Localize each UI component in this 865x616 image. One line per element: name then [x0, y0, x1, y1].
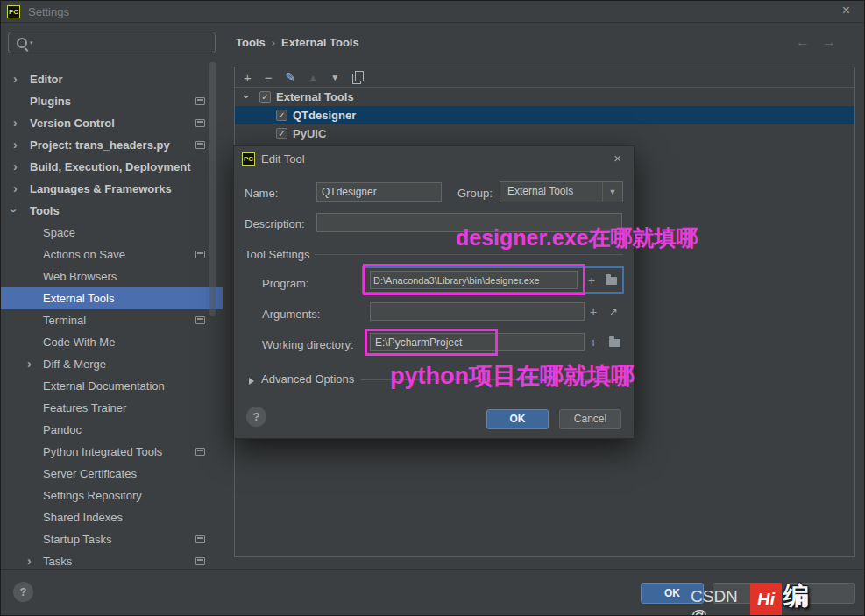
sidebar-item-diff-merge[interactable]: › Diff & Merge [1, 353, 223, 375]
breadcrumb-parent[interactable]: Tools [236, 36, 266, 49]
working-directory-field[interactable] [370, 333, 585, 351]
checkbox-checked-icon[interactable]: ✓ [276, 110, 287, 121]
copy-icon[interactable] [352, 71, 364, 83]
sidebar-item-terminal[interactable]: Terminal [1, 309, 223, 331]
dialog-help-button[interactable]: ? [246, 407, 266, 427]
tree-row-label: External Tools [276, 88, 354, 106]
settings-search-input[interactable]: ▾ [8, 32, 216, 53]
sidebar-item-startup-tasks[interactable]: Startup Tasks [1, 528, 223, 550]
insert-macro-plus-icon[interactable]: + [588, 274, 595, 287]
sidebar-item-label: Actions on Save [43, 244, 125, 266]
sidebar-item-python-integrated-tools[interactable]: Python Integrated Tools [1, 441, 223, 463]
sidebar-item-version-control[interactable]: › Version Control [1, 112, 223, 134]
dialog-close-icon[interactable]: × [613, 151, 621, 166]
advanced-options-expand-icon[interactable] [249, 378, 254, 385]
name-field[interactable] [316, 182, 442, 202]
sidebar-item-pandoc[interactable]: Pandoc [1, 419, 223, 441]
insert-macro-plus-icon[interactable]: + [590, 336, 597, 349]
sidebar-item-features-trainer[interactable]: Features Trainer [1, 397, 223, 419]
edit-tool-dialog: PC Edit Tool × Name: Group: External Too… [233, 145, 635, 439]
dialog-ok-button[interactable]: OK [486, 409, 549, 429]
chevron-right-icon: › [13, 68, 18, 90]
tool-settings-section-label: Tool Settings [245, 248, 309, 261]
arguments-label: Arguments: [262, 308, 320, 321]
pycharm-app-icon: PC [7, 5, 20, 18]
forward-arrow-icon[interactable]: → [822, 34, 848, 49]
tree-row-external-tools[interactable]: › ✓ External Tools [235, 88, 854, 106]
edit-pencil-icon[interactable]: ✎ [286, 71, 296, 84]
description-label: Description: [245, 217, 305, 230]
window-titlebar: PC Settings × [1, 1, 864, 23]
in-window-icon [195, 316, 205, 324]
dropdown-arrow-icon[interactable]: ▼ [602, 182, 622, 202]
dialog-cancel-button[interactable]: Cancel [559, 409, 621, 429]
sidebar-item-languages-frameworks[interactable]: › Languages & Frameworks [1, 178, 223, 200]
sidebar-item-build-execution-deployment[interactable]: › Build, Execution, Deployment [1, 156, 223, 178]
sidebar-item-tools[interactable]: › Tools [1, 200, 223, 222]
sidebar-item-label: Project: trans_headers.py [30, 134, 170, 156]
in-window-icon [195, 535, 205, 543]
sidebar-item-label: External Documentation [43, 375, 165, 397]
sidebar-item-shared-indexes[interactable]: Shared Indexes [1, 506, 223, 528]
back-arrow-icon[interactable]: ← [796, 34, 822, 49]
sidebar-item-label: Terminal [43, 309, 86, 331]
group-label: Group: [457, 187, 493, 200]
sidebar-item-editor[interactable]: › Editor [1, 68, 223, 90]
window-title: Settings [28, 5, 69, 18]
chevron-right-icon: › [13, 178, 18, 200]
sidebar-item-server-certificates[interactable]: Server Certificates [1, 463, 223, 485]
chevron-down-icon[interactable]: › [238, 95, 256, 98]
tree-row-qtdesigner[interactable]: ✓ QTdesigner [235, 106, 854, 124]
sidebar-item-web-browsers[interactable]: Web Browsers [1, 266, 223, 287]
browse-folder-icon[interactable] [609, 339, 620, 347]
group-dropdown[interactable]: External Tools ▼ [500, 181, 623, 202]
advanced-options-label[interactable]: Advanced Options [261, 372, 354, 386]
move-up-icon[interactable]: ▲ [308, 71, 317, 84]
watermark-logo-icon: Hi [750, 583, 782, 616]
sidebar-item-actions-on-save[interactable]: Actions on Save [1, 244, 223, 266]
sidebar-item-space[interactable]: Space [1, 222, 223, 244]
pycharm-app-icon: PC [242, 152, 255, 166]
tree-row-pyuic[interactable]: ✓ PyUIC [235, 124, 854, 143]
checkbox-checked-icon[interactable]: ✓ [276, 128, 287, 139]
chevron-right-icon: › [27, 353, 32, 375]
sidebar-scrollbar[interactable] [209, 62, 216, 316]
dialog-titlebar: PC Edit Tool × [234, 146, 634, 173]
tree-row-label: PyUIC [293, 124, 326, 143]
checkbox-checked-icon[interactable]: ✓ [259, 91, 271, 103]
name-label: Name: [245, 187, 278, 200]
group-dropdown-value: External Tools [507, 185, 573, 197]
program-label: Program: [262, 277, 308, 290]
sidebar-item-settings-repository[interactable]: Settings Repository [1, 485, 223, 506]
sidebar-item-external-documentation[interactable]: External Documentation [1, 375, 223, 397]
window-close-icon[interactable]: × [842, 3, 850, 18]
arguments-field[interactable] [370, 302, 585, 321]
breadcrumb: Tools›External Tools [236, 36, 359, 49]
move-down-icon[interactable]: ▼ [330, 71, 339, 84]
browse-folder-icon[interactable] [606, 277, 617, 285]
chevron-right-icon: › [13, 134, 18, 156]
sidebar-item-label: Plugins [30, 90, 71, 112]
expand-field-icon[interactable]: ↗ [609, 306, 618, 318]
sidebar-item-label: Features Trainer [43, 397, 126, 419]
sidebar-item-label: Pandoc [43, 419, 82, 441]
sidebar-item-external-tools[interactable]: External Tools [1, 287, 223, 309]
sidebar-item-project[interactable]: › Project: trans_headers.py [1, 134, 223, 156]
watermark-csdn-text: CSDN @ [691, 587, 738, 616]
sidebar-item-code-with-me[interactable]: Code With Me [1, 331, 223, 353]
remove-icon[interactable]: − [265, 71, 273, 84]
search-options-chevron-icon[interactable]: ▾ [30, 39, 33, 46]
in-window-icon [195, 119, 205, 127]
program-field[interactable] [370, 271, 578, 289]
add-icon[interactable]: + [244, 71, 252, 84]
insert-macro-plus-icon[interactable]: + [590, 306, 597, 318]
sidebar-item-label: Settings Repository [43, 485, 142, 506]
tree-toolbar: + − ✎ ▲ ▼ [235, 67, 854, 88]
sidebar-item-plugins[interactable]: Plugins [1, 90, 223, 112]
dialog-title: Edit Tool [261, 152, 305, 166]
help-button[interactable]: ? [13, 582, 33, 602]
sidebar-item-label: External Tools [43, 287, 114, 309]
in-window-icon [195, 251, 205, 258]
watermark-site-text: 编程网 [783, 579, 809, 616]
sidebar-item-label: Startup Tasks [43, 528, 112, 550]
